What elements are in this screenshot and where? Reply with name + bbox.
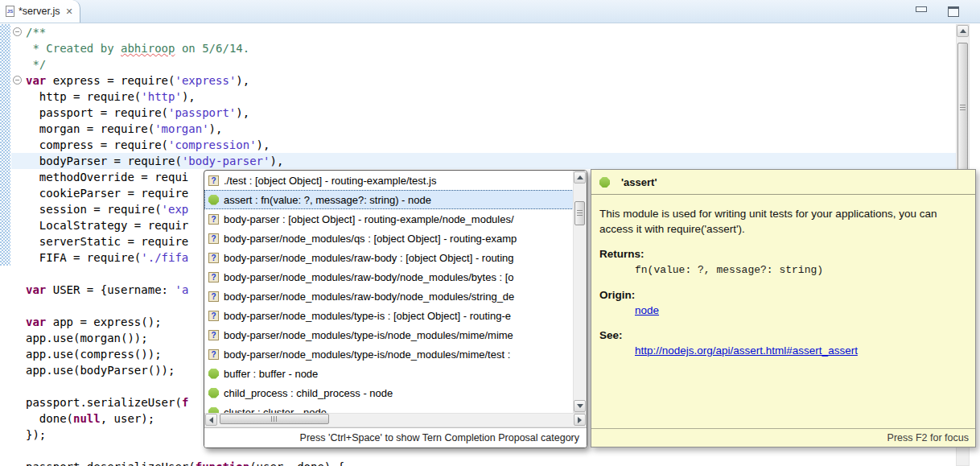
- completion-item-label: ./test : [object Object] - routing-examp…: [224, 175, 436, 187]
- doc-body: This module is used for writing unit tes…: [591, 195, 975, 358]
- module-icon: [208, 407, 219, 414]
- doc-footer-hint: Press F2 for focus: [591, 428, 975, 447]
- range-indicator-strip: [0, 24, 10, 266]
- unknown-type-icon: ?: [208, 330, 219, 340]
- tab-bar: JS *server.js ✕: [0, 0, 980, 23]
- completion-popup: ?./test : [object Object] - routing-exam…: [204, 170, 587, 448]
- completion-item[interactable]: ?body-parser : [object Object] - routing…: [204, 209, 587, 229]
- code-line: morgan = require('morgan'),: [11, 121, 956, 137]
- popup-scrollbar-thumb[interactable]: [574, 201, 585, 225]
- unknown-type-icon: ?: [208, 233, 219, 244]
- unknown-type-icon: ?: [208, 214, 219, 225]
- arrow-down-icon: [577, 404, 583, 408]
- completion-item[interactable]: ?body-parser/node_modules/raw-body/node_…: [204, 287, 587, 306]
- scroll-up-button[interactable]: [957, 25, 969, 37]
- code-line: bodyParser = require('body-parser'),: [11, 153, 956, 169]
- completion-item[interactable]: ?body-parser/node_modules/type-is : [obj…: [204, 306, 587, 325]
- unknown-type-icon: ?: [208, 349, 219, 360]
- module-icon: [599, 177, 610, 188]
- doc-origin-label: Origin:: [599, 287, 966, 303]
- tab-close-icon[interactable]: ✕: [65, 6, 72, 17]
- popup-status-hint: Press 'Ctrl+Space' to show Tern Completi…: [204, 427, 587, 447]
- tab-server-js[interactable]: JS *server.js ✕: [0, 0, 80, 23]
- code-line: passport = require('passport'),: [11, 105, 956, 121]
- module-icon: [208, 195, 219, 205]
- arrow-right-icon: [578, 417, 582, 423]
- popup-scroll-up-button[interactable]: [574, 171, 586, 184]
- unknown-type-icon: ?: [208, 291, 219, 302]
- completion-item[interactable]: buffer : buffer - node: [204, 364, 587, 383]
- completion-list: ?./test : [object Object] - routing-exam…: [204, 171, 587, 413]
- completion-item-label: body-parser/node_modules/raw-body/node_m…: [224, 291, 514, 303]
- code-line: * Created by abhiroop on 5/6/14.: [11, 40, 956, 56]
- completion-item-label: buffer : buffer - node: [224, 368, 318, 380]
- arrow-up-icon: [960, 29, 966, 33]
- editor-scrollbar-thumb[interactable]: [957, 43, 968, 172]
- completion-item-label: body-parser/node_modules/qs : [object Ob…: [224, 233, 517, 245]
- unknown-type-icon: ?: [208, 175, 219, 186]
- completion-item[interactable]: ?body-parser/node_modules/raw-body/node_…: [204, 267, 587, 287]
- code-line: passport.deserializeUser(function(user, …: [11, 459, 956, 466]
- arrow-left-icon: [209, 417, 213, 423]
- doc-origin-link[interactable]: node: [635, 304, 659, 316]
- completion-item[interactable]: ?body-parser/node_modules/raw-body : [ob…: [204, 248, 587, 267]
- completion-item-label: assert : fn(value: ?, message?: string) …: [224, 194, 431, 206]
- doc-description: This module is used for writing unit tes…: [599, 206, 963, 237]
- code-line: var express = require('express'),: [11, 72, 956, 89]
- completion-item[interactable]: ?body-parser/node_modules/type-is/node_m…: [204, 325, 587, 344]
- completion-item-selected[interactable]: assert : fn(value: ?, message?: string) …: [204, 190, 587, 209]
- code-line: /**: [11, 24, 956, 40]
- completion-item-label: body-parser : [object Object] - routing-…: [224, 213, 514, 225]
- completion-item-label: body-parser/node_modules/raw-body/node_m…: [224, 271, 514, 283]
- popup-scroll-down-button[interactable]: [574, 400, 586, 412]
- doc-returns-label: Returns:: [599, 246, 966, 262]
- completion-item-label: body-parser/node_modules/type-is : [obje…: [224, 310, 511, 322]
- code-line: http = require('http'),: [11, 89, 956, 105]
- doc-see-label: See:: [599, 328, 966, 343]
- popup-hscrollbar-thumb[interactable]: [220, 414, 329, 424]
- completion-item[interactable]: ?body-parser/node_modules/type-is/node_m…: [204, 344, 587, 364]
- doc-header: 'assert': [591, 170, 975, 195]
- popup-vertical-scrollbar[interactable]: [573, 171, 587, 413]
- completion-item-label: child_process : child_process - node: [224, 387, 393, 399]
- unknown-type-icon: ?: [208, 253, 219, 263]
- module-icon: [208, 388, 219, 398]
- doc-returns-value: fn(value: ?, message?: string): [635, 262, 966, 278]
- popup-horizontal-scrollbar[interactable]: [204, 413, 587, 427]
- doc-see-link[interactable]: http://nodejs.org/api/assert.html#assert…: [635, 344, 858, 357]
- popup-scroll-right-button[interactable]: [574, 414, 586, 426]
- popup-scroll-left-button[interactable]: [205, 414, 217, 426]
- completion-item[interactable]: child_process : child_process - node: [204, 383, 587, 402]
- completion-item-label: body-parser/node_modules/type-is/node_mo…: [224, 348, 510, 361]
- unknown-type-icon: ?: [208, 272, 219, 282]
- code-line: */: [11, 56, 956, 72]
- completion-item-label: body-parser/node_modules/raw-body : [obj…: [224, 252, 514, 264]
- arrow-up-icon: [577, 175, 583, 179]
- doc-hover-panel: 'assert' This module is used for writing…: [591, 169, 976, 447]
- doc-title: 'assert': [621, 176, 657, 188]
- minimize-view-icon[interactable]: [916, 6, 927, 12]
- maximize-view-icon[interactable]: [948, 6, 959, 17]
- unknown-type-icon: ?: [208, 311, 219, 321]
- tab-title: *server.js: [19, 6, 60, 17]
- completion-item[interactable]: cluster : cluster - node: [204, 402, 587, 413]
- completion-item-label: cluster : cluster - node: [224, 406, 327, 414]
- module-icon: [208, 369, 219, 379]
- completion-item[interactable]: ?./test : [object Object] - routing-exam…: [204, 171, 587, 190]
- js-file-icon: JS: [6, 6, 14, 17]
- completion-item-label: body-parser/node_modules/type-is/node_mo…: [224, 329, 513, 341]
- completion-item[interactable]: ?body-parser/node_modules/qs : [object O…: [204, 229, 587, 248]
- code-line: compress = require('compression'),: [11, 137, 956, 153]
